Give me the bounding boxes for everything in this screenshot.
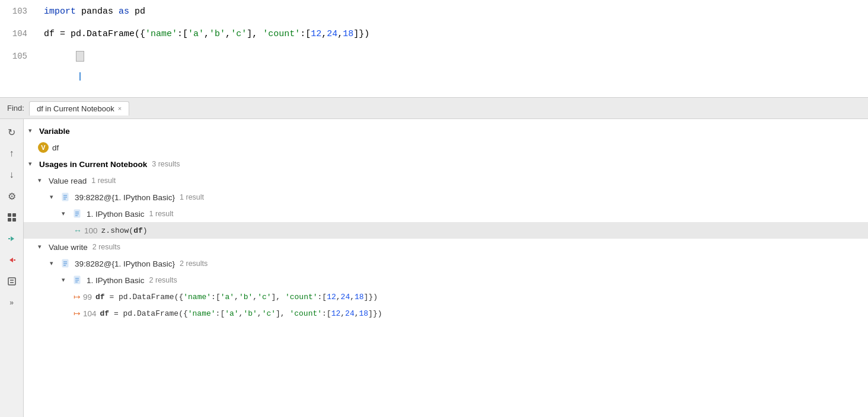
code-line-105[interactable]: 105 (0, 45, 868, 68)
code-editor: 103 import pandas as pd 104 df = pd.Data… (0, 0, 868, 98)
variable-df-item[interactable]: V df (24, 139, 868, 156)
next-button[interactable]: ↓ (2, 165, 21, 184)
variable-section-header[interactable]: Variable (24, 123, 868, 139)
notebook-icon-2 (72, 275, 83, 286)
line-ref-104-number: 104 (83, 309, 97, 318)
find-tab-close-icon[interactable]: × (118, 105, 122, 112)
value-write-notebook-label: 1. IPython Basic (87, 276, 145, 285)
line-number-105: 105 (0, 52, 36, 61)
value-read-file-chevron (50, 193, 58, 201)
code-ref-100-content: z.show(df) (101, 226, 148, 235)
value-read-count: 1 result (91, 177, 116, 185)
results-panel[interactable]: Variable V df Usages in Current Notebook… (24, 119, 868, 417)
push-button[interactable] (2, 251, 21, 270)
value-write-notebook-chevron (62, 276, 70, 284)
svg-marker-4 (11, 236, 14, 241)
read-arrow-icon: ↔ (74, 226, 82, 235)
pull-button[interactable] (2, 229, 21, 248)
usages-count: 3 results (152, 160, 180, 168)
variable-section-label: Variable (39, 127, 70, 136)
layout-button[interactable] (2, 208, 21, 227)
value-write-chevron (38, 243, 46, 251)
value-read-file-count: 1 result (180, 193, 204, 201)
usages-section-label: Usages in Current Notebook (39, 160, 147, 169)
value-write-header[interactable]: Value write 2 results (24, 239, 868, 255)
refresh-button[interactable]: ↻ (2, 123, 21, 142)
sidebar-icons: ↻ ↑ ↓ ⚙ (0, 119, 24, 417)
svg-rect-5 (8, 238, 10, 239)
write-arrow-icon-104: ↦ (74, 309, 81, 318)
svg-rect-3 (12, 218, 16, 222)
value-read-label: Value read (49, 177, 87, 185)
code-ref-99-content: df = pd.DataFrame({'name':['a','b','c'],… (95, 293, 378, 301)
line-content-103: import pandas as pd (40, 7, 868, 17)
line-content-104: df = pd.DataFrame({'name':['a','b','c'],… (40, 29, 868, 39)
value-read-notebook-label: 1. IPython Basic (87, 210, 145, 219)
more-button[interactable]: » (2, 293, 21, 312)
file-icon-2 (60, 258, 71, 269)
usages-chevron (28, 160, 37, 168)
value-write-notebook-count: 2 results (149, 276, 177, 284)
find-tab-text: df in Current Notebook (37, 104, 114, 113)
value-read-notebook-chevron (62, 210, 70, 218)
find-label: Find: (7, 104, 24, 113)
main-content: ↻ ↑ ↓ ⚙ (0, 119, 868, 417)
value-read-notebook[interactable]: 1. IPython Basic 1 result (24, 206, 868, 222)
prev-button[interactable]: ↑ (2, 144, 21, 163)
svg-rect-8 (8, 278, 15, 285)
variable-df-label: df (52, 143, 59, 152)
filter-button[interactable] (2, 272, 21, 291)
value-read-notebook-count: 1 result (149, 210, 174, 218)
find-tab[interactable]: df in Current Notebook × (29, 101, 129, 116)
svg-rect-2 (8, 218, 11, 222)
line-ref-99-number: 99 (83, 293, 92, 301)
value-read-file-label: 39:8282@{1. IPython Basic} (75, 193, 175, 202)
usages-section-header[interactable]: Usages in Current Notebook 3 results (24, 156, 868, 172)
code-ref-104-content: df = pd.DataFrame({'name':['a','b','c'],… (100, 309, 382, 318)
value-read-header[interactable]: Value read 1 result (24, 172, 868, 189)
line-content-105 (40, 41, 868, 72)
notebook-icon-1 (72, 208, 83, 219)
value-write-file-label: 39:8282@{1. IPython Basic} (75, 259, 175, 268)
line-number-103: 103 (0, 7, 36, 16)
value-write-file-ref[interactable]: 39:8282@{1. IPython Basic} 2 results (24, 255, 868, 272)
code-ref-99[interactable]: ↦ 99 df = pd.DataFrame({'name':['a','b',… (24, 288, 868, 305)
variable-v-icon: V (38, 142, 49, 153)
value-write-count: 2 results (92, 243, 120, 251)
line-ref-100-number: 100 (84, 226, 98, 235)
value-write-file-count: 2 results (180, 259, 208, 268)
code-line-103[interactable]: 103 import pandas as pd (0, 0, 868, 23)
find-bar: Find: df in Current Notebook × (0, 98, 868, 119)
svg-rect-1 (12, 213, 16, 217)
code-ref-104[interactable]: ↦ 104 df = pd.DataFrame({'name':['a','b'… (24, 305, 868, 322)
value-read-file-ref[interactable]: 39:8282@{1. IPython Basic} 1 result (24, 189, 868, 206)
file-icon-1 (60, 192, 71, 203)
results-tree: Variable V df Usages in Current Notebook… (24, 123, 868, 322)
svg-rect-7 (14, 259, 15, 261)
svg-rect-0 (8, 213, 11, 217)
variable-chevron (28, 127, 37, 135)
value-write-notebook[interactable]: 1. IPython Basic 2 results (24, 272, 868, 288)
settings-button[interactable]: ⚙ (2, 187, 21, 206)
write-arrow-icon-99: ↦ (74, 292, 81, 301)
svg-marker-6 (9, 258, 13, 262)
code-ref-100[interactable]: ↔ 100 z.show(df) (24, 222, 868, 239)
value-write-file-chevron (50, 259, 58, 268)
value-write-label: Value write (49, 243, 88, 252)
line-number-104: 104 (0, 29, 36, 39)
value-read-chevron (38, 177, 46, 185)
